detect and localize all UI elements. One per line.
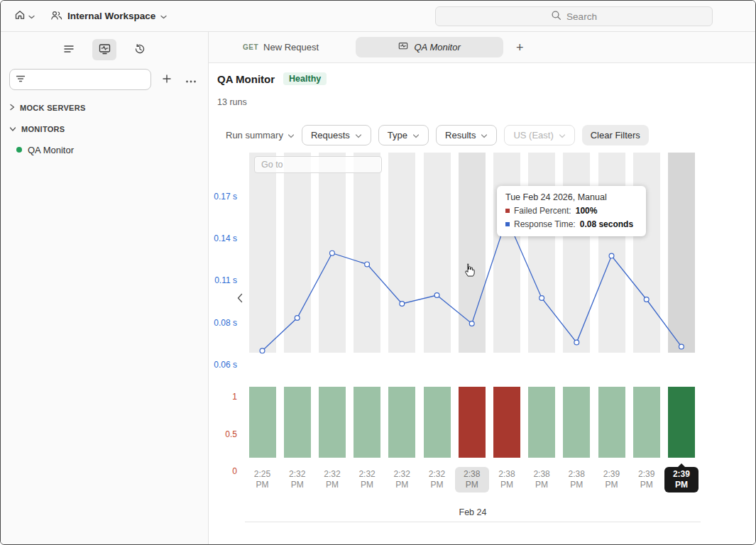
tooltip-row: Failed Percent: 100% <box>505 206 637 216</box>
chart-tooltip: Tue Feb 24 2026, Manual Failed Percent: … <box>497 186 646 236</box>
x-axis-time-label[interactable]: 2:32PM <box>420 467 454 492</box>
chevron-left-icon <box>237 294 243 305</box>
team-icon <box>50 10 62 23</box>
run-result-axis-tick: 0.5 <box>225 429 237 439</box>
run-result-bar[interactable] <box>598 387 625 458</box>
chevron-down-icon <box>160 11 167 21</box>
region-filter-dropdown[interactable]: US (East) <box>504 125 574 145</box>
collapse-sidebar-button[interactable] <box>57 39 81 60</box>
chevron-down-icon <box>412 130 420 141</box>
monitor-icon <box>99 43 111 57</box>
x-axis-time-label[interactable]: 2:38PM <box>525 467 559 492</box>
run-result-bar[interactable] <box>354 387 380 458</box>
tooltip-series-marker <box>505 222 510 226</box>
x-axis-date-label: Feb 24 <box>245 507 701 517</box>
chart-baseline <box>245 522 701 522</box>
sidebar-item-qa-monitor[interactable]: QA Monitor <box>1 140 208 160</box>
section-label: MOCK SERVERS <box>20 104 86 112</box>
x-axis-time-label[interactable]: 2:39PM <box>664 467 699 492</box>
results-filter-dropdown[interactable]: Results <box>436 125 497 145</box>
sidebar-section-mock-servers[interactable]: MOCK SERVERS <box>1 97 208 119</box>
home-button[interactable] <box>9 6 40 26</box>
x-axis-time-label[interactable]: 2:32PM <box>315 467 349 492</box>
run-result-bar[interactable] <box>459 387 486 458</box>
x-axis-time-label[interactable]: 2:38PM <box>559 467 593 492</box>
tab-new-request[interactable]: GET New Request <box>243 42 319 53</box>
response-time-axis-tick: 0.11 s <box>214 275 237 285</box>
x-axis-time-label[interactable]: 2:38PM <box>490 467 524 492</box>
requests-filter-dropdown[interactable]: Requests <box>302 125 371 145</box>
run-result-bar[interactable] <box>319 387 346 458</box>
run-summary-label: Run summary <box>226 130 283 141</box>
run-result-bar[interactable] <box>424 387 451 458</box>
x-axis-time-label[interactable]: 2:25PM <box>246 467 280 492</box>
monitor-status-dot <box>16 147 22 153</box>
hamburger-icon <box>63 44 75 56</box>
run-result-axis: 10.50 <box>209 387 241 483</box>
workspace-name: Internal Workspace <box>67 11 155 21</box>
tab-bar: GET New Request QA Monitor + <box>209 32 755 63</box>
goto-input[interactable] <box>254 156 382 173</box>
x-axis-time-label[interactable]: 2:39PM <box>630 467 664 492</box>
monitor-item-label: QA Monitor <box>28 145 74 155</box>
sidebar-section-monitors[interactable]: MONITORS <box>1 119 208 140</box>
request-method-label: GET <box>243 43 258 51</box>
history-icon <box>134 43 146 57</box>
chevron-down-icon <box>9 125 16 133</box>
sidebar-filter-field[interactable] <box>9 69 151 90</box>
run-result-bar[interactable] <box>528 387 555 458</box>
ellipsis-icon <box>185 75 197 85</box>
x-axis-time-label[interactable]: 2:39PM <box>595 467 629 492</box>
tooltip-title: Tue Feb 24 2026, Manual <box>505 192 637 202</box>
filter-icon <box>16 73 26 86</box>
history-button[interactable] <box>128 39 152 60</box>
monitor-icon <box>398 41 408 54</box>
more-actions-button[interactable] <box>182 71 199 88</box>
tooltip-row: Response Time: 0.08 seconds <box>505 219 637 229</box>
run-result-bar[interactable] <box>563 387 590 458</box>
type-filter-dropdown[interactable]: Type <box>378 125 429 145</box>
chevron-right-icon <box>9 104 15 112</box>
runs-count: 13 runs <box>217 97 755 107</box>
workspace-switcher[interactable]: Internal Workspace <box>45 6 172 26</box>
clear-filters-button[interactable]: Clear Filters <box>582 125 649 145</box>
sidebar-filter-input[interactable] <box>30 75 145 85</box>
x-axis-time-label[interactable]: 2:38PM <box>455 467 489 492</box>
sidebar-tree: MOCK SERVERS MONITORS QA Monitor <box>1 97 208 160</box>
tab-new-request-label: New Request <box>263 42 319 53</box>
search-input[interactable]: Search <box>435 6 713 26</box>
response-time-axis-tick: 0.08 s <box>214 318 237 328</box>
x-axis-labels: 2:25PM2:32PM2:32PM2:32PM2:32PM2:32PM2:38… <box>245 467 701 500</box>
x-axis-time-label[interactable]: 2:32PM <box>350 467 384 492</box>
type-filter-label: Type <box>388 130 407 141</box>
run-result-bar[interactable] <box>388 387 415 458</box>
run-result-bar[interactable] <box>668 387 695 458</box>
results-filter-label: Results <box>445 130 476 141</box>
section-label: MONITORS <box>21 125 65 133</box>
monitors-view-button[interactable] <box>92 39 116 60</box>
tooltip-series-marker <box>505 209 510 213</box>
tab-qa-monitor[interactable]: QA Monitor <box>356 37 503 57</box>
run-result-axis-tick: 1 <box>232 392 237 402</box>
chevron-down-icon <box>559 130 566 141</box>
run-result-bar[interactable] <box>633 387 660 458</box>
sidebar: MOCK SERVERS MONITORS QA Monitor <box>1 32 209 544</box>
top-bar: Internal Workspace Search <box>1 1 755 32</box>
health-status-badge: Healthy <box>283 72 327 85</box>
run-summary-dropdown[interactable]: Run summary <box>226 130 295 141</box>
scroll-left-button[interactable] <box>236 292 244 307</box>
run-result-bar[interactable] <box>284 387 311 458</box>
search-icon <box>551 10 561 23</box>
add-tab-button[interactable]: + <box>516 41 524 54</box>
monitor-header: QA Monitor Healthy <box>217 72 755 85</box>
run-result-bar[interactable] <box>493 387 520 458</box>
search-placeholder: Search <box>566 11 597 22</box>
add-item-button[interactable] <box>158 71 175 88</box>
home-icon <box>14 9 26 23</box>
main-panel: GET New Request QA Monitor + QA Monitor … <box>209 32 755 544</box>
requests-filter-label: Requests <box>311 130 350 141</box>
x-axis-time-label[interactable]: 2:32PM <box>280 467 314 492</box>
x-axis-time-label[interactable]: 2:32PM <box>385 467 419 492</box>
run-result-bar[interactable] <box>249 387 276 458</box>
app-window: Internal Workspace Search <box>0 0 756 545</box>
